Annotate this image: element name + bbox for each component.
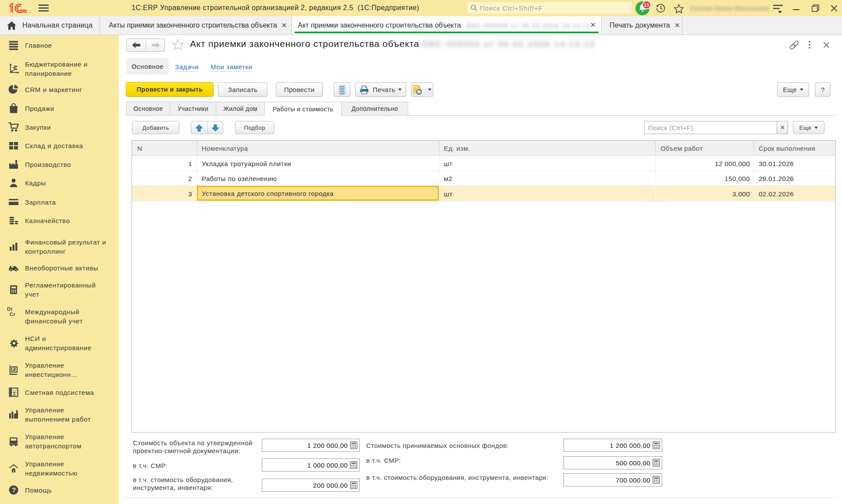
svg-text:₽: ₽: [13, 367, 16, 372]
svg-text:Σ: Σ: [13, 391, 16, 396]
svg-text:?: ?: [12, 486, 16, 493]
